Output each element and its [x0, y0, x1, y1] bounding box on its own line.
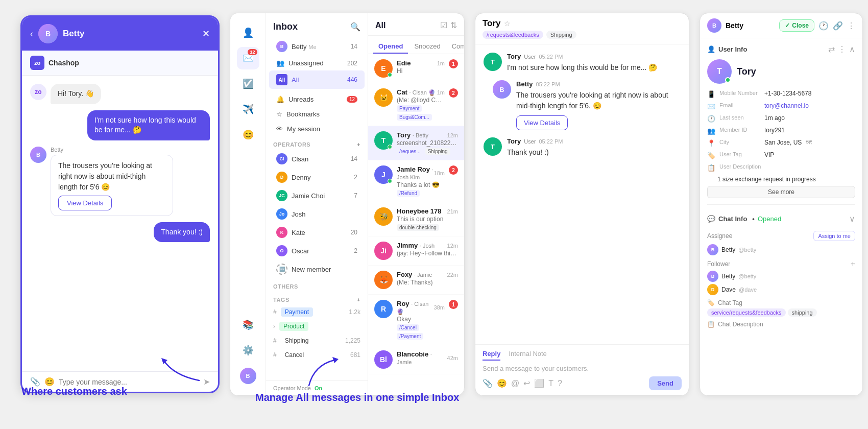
- sidebar-item-contacts[interactable]: 👤: [237, 21, 259, 44]
- conversation-item[interactable]: Bl Blancobie · Jamie 42m: [368, 345, 464, 374]
- sidebar-item-send[interactable]: ✈️: [237, 98, 259, 121]
- conv-avatar: Bl: [374, 350, 393, 369]
- expand-icon: ›: [273, 323, 275, 330]
- clock-icon[interactable]: 🕐: [818, 21, 829, 31]
- sidebar-item-settings[interactable]: ⚙️: [237, 339, 259, 362]
- conversation-item[interactable]: 🐝 Honeybee 178 21m This is our option do…: [368, 202, 464, 236]
- view-details-button[interactable]: View Details: [58, 196, 112, 210]
- assigned-person-row: B Betty @betty: [707, 244, 855, 255]
- inbox-nav-item-new-member[interactable]: 🆕 New member: [269, 260, 365, 278]
- user-description-row: 📋 User Description: [707, 163, 855, 172]
- message-avatar: B: [493, 80, 511, 99]
- email-value: tory@channel.io: [764, 102, 809, 109]
- inbox-nav-item-oscar[interactable]: O Oscar 2: [269, 242, 365, 260]
- inbox-nav-item-clsan[interactable]: Cl Clsan 14: [269, 150, 365, 168]
- close-icon[interactable]: ✕: [202, 28, 210, 39]
- sidebar-item-profile[interactable]: 😊: [237, 124, 259, 146]
- unread-badge: 2: [449, 88, 458, 98]
- chevron-down-icon[interactable]: ∨: [849, 214, 855, 224]
- check-icon[interactable]: ☑: [440, 20, 447, 30]
- shortcut-icon[interactable]: ↩: [523, 378, 530, 388]
- inbox-sidebar: 👤 ✉️ 12 ☑️ ✈️ 😊 📚 ⚙️ B: [230, 13, 266, 395]
- message-bubble: I'm not sure how long this would be for …: [87, 110, 210, 140]
- back-icon[interactable]: ‹: [30, 29, 33, 39]
- conversation-list: E Edie 1m Hi 1 🐱: [368, 54, 464, 395]
- user-profile-row: T Tory: [707, 59, 855, 84]
- reply-bar: Reply Internal Note Send a message to yo…: [475, 344, 689, 395]
- conv-info: Cat · Clsan 🔮 1m (Me: @lloyd Can you ...…: [397, 88, 445, 121]
- conversation-item[interactable]: 🦊 Foxy · Jamie 22m (Me: Thanks): [368, 266, 464, 295]
- view-details-button[interactable]: View Details: [516, 115, 568, 130]
- add-operator-icon[interactable]: +: [357, 141, 360, 148]
- others-section-header: Others: [266, 278, 368, 292]
- sidebar-item-inbox[interactable]: ✉️ 12: [237, 47, 259, 69]
- chat-contact-name: Tory: [483, 18, 501, 29]
- sidebar-item-tasks[interactable]: ☑️: [237, 73, 259, 95]
- clock-icon: 🕐: [707, 115, 715, 123]
- chat-message: T Tory User 05:22 PM Thank you! :): [484, 137, 681, 158]
- inbox-nav-item-josh[interactable]: Jo Josh: [269, 205, 365, 223]
- close-button[interactable]: ✓ Close: [779, 19, 814, 32]
- right-panel-body: 👤 User Info ⇄ ⋮ ∧ T Tory: [700, 38, 862, 395]
- conv-avatar: 🐱: [374, 88, 393, 107]
- favorite-icon[interactable]: ☆: [504, 19, 511, 28]
- more-icon[interactable]: ⋮: [838, 44, 846, 54]
- location-link-icon[interactable]: 🗺: [806, 139, 812, 146]
- unreads-badge: 12: [347, 96, 357, 103]
- chat-detail-header: Tory ☆ /requests&feedbacks Shipping: [475, 13, 689, 44]
- tag-shipping[interactable]: # Shipping 1,225: [266, 333, 368, 348]
- tag-payment[interactable]: # Payment 1.2k: [266, 305, 368, 319]
- template-icon[interactable]: ⬜: [534, 378, 544, 388]
- send-button[interactable]: Send: [649, 376, 682, 390]
- chat-contact-name: Betty: [63, 29, 197, 39]
- mention-icon[interactable]: @: [511, 379, 519, 388]
- inbox-nav-item-kate[interactable]: K Kate 20: [269, 223, 365, 242]
- inbox-nav-item-my-session[interactable]: 👁 My session: [269, 122, 365, 136]
- chat-info-header[interactable]: 💬 Chat Info • Opened ∨: [707, 210, 855, 228]
- assign-to-me-button[interactable]: Assign to me: [813, 231, 855, 241]
- inbox-nav-item-betty[interactable]: B Betty Me 14: [269, 37, 365, 56]
- add-tag-icon[interactable]: +: [357, 297, 360, 303]
- inbox-nav-item-all[interactable]: All All 446: [269, 70, 365, 89]
- inbox-nav-item-unassigned[interactable]: 👥 Unassigned 202: [269, 56, 365, 70]
- tab-reply[interactable]: Reply: [483, 350, 500, 361]
- chat-icon: 💬: [707, 215, 715, 223]
- right-panel-header: B Betty ✓ Close 🕐 🔗 ⋮: [700, 13, 862, 38]
- conversation-item[interactable]: Ji Jimmy · Josh 12m (jay: Hey~Follow thi…: [368, 236, 464, 266]
- conv-avatar: 🦊: [374, 271, 393, 289]
- tab-opened[interactable]: Opened: [373, 40, 408, 54]
- help-icon[interactable]: ?: [558, 379, 562, 388]
- conversation-item[interactable]: J Jamie Roy · Josh Kim 18m Thanks a lot …: [368, 160, 464, 202]
- conversation-item[interactable]: R Roy · Clsan 🔮 38m Okay /Cancel /Paymen…: [368, 295, 464, 345]
- sidebar-item-library[interactable]: 📚: [237, 314, 259, 336]
- conversation-item-tory[interactable]: T Tory · Betty 12m screenshot_210822321.…: [368, 126, 464, 160]
- hash-icon: #: [273, 308, 277, 316]
- search-icon[interactable]: 🔍: [350, 22, 360, 32]
- add-follower-button[interactable]: +: [851, 259, 855, 269]
- inbox-nav-item-jamie-choi[interactable]: JC Jamie Choi 7: [269, 186, 365, 205]
- tab-completed[interactable]: Completed: [447, 40, 464, 54]
- operator-avatar: D: [276, 172, 287, 183]
- inbox-nav-item-denny[interactable]: D Denny 2: [269, 168, 365, 186]
- chevron-up-icon[interactable]: ∧: [849, 44, 855, 54]
- tag-product[interactable]: › Product: [266, 319, 368, 333]
- annotation-left: Where customers ask: [21, 386, 127, 397]
- hash-icon: #: [273, 337, 277, 344]
- attachment-icon[interactable]: 📎: [483, 378, 493, 388]
- inbox-nav-item-unreads[interactable]: 🔔 Unreads 12: [269, 92, 365, 107]
- conversation-item[interactable]: E Edie 1m Hi 1: [368, 54, 464, 83]
- see-more-button[interactable]: See more: [707, 186, 855, 198]
- tab-snoozed[interactable]: Snoozed: [409, 40, 445, 54]
- emoji-icon[interactable]: 😊: [497, 378, 507, 388]
- expand-icon[interactable]: ⇄: [828, 44, 835, 54]
- conversation-item[interactable]: 🐱 Cat · Clsan 🔮 1m (Me: @lloyd Can you .…: [368, 83, 464, 126]
- inbox-nav-item-bookmarks[interactable]: ☆ Bookmarks: [269, 107, 365, 122]
- format-icon[interactable]: T: [548, 379, 553, 388]
- more-icon[interactable]: ⋮: [847, 21, 855, 31]
- tab-internal-note[interactable]: Internal Note: [509, 350, 546, 361]
- user-tag-row: 🏷️ User Tag VIP: [707, 151, 855, 159]
- link-icon[interactable]: 🔗: [833, 21, 843, 31]
- inbox-nav: B Betty Me 14 👥 Unassigned 202 All All 4…: [266, 37, 368, 380]
- sidebar-item-avatar[interactable]: B: [237, 365, 259, 387]
- sort-icon[interactable]: ⇅: [450, 20, 457, 30]
